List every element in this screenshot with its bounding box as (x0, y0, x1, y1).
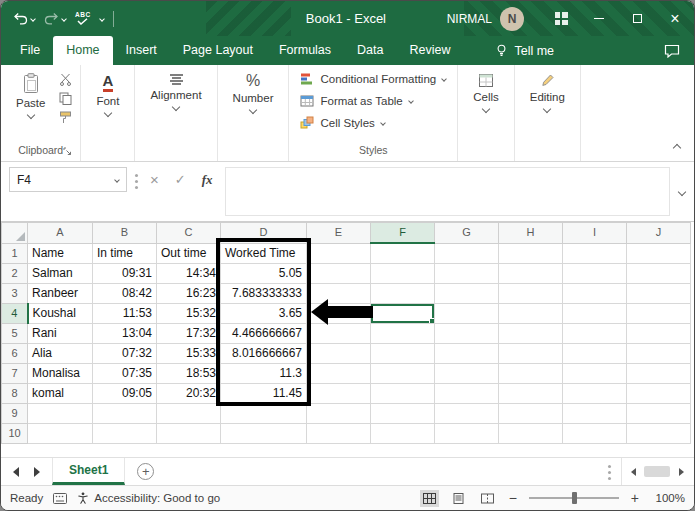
scroll-right-button[interactable] (670, 458, 692, 485)
cell-A4[interactable]: Koushal (28, 303, 93, 323)
cut-icon[interactable] (59, 73, 72, 86)
format-painter-icon[interactable] (59, 111, 72, 124)
cell-G7[interactable] (435, 363, 499, 383)
next-sheet-button[interactable] (34, 467, 40, 477)
horizontal-scrollbar-thumb[interactable] (644, 466, 670, 477)
cell-D9[interactable] (221, 403, 307, 423)
clipboard-dialog-launcher-icon[interactable] (63, 147, 72, 156)
customize-qat-button[interactable] (99, 16, 105, 22)
maximize-button[interactable] (618, 1, 656, 36)
cell-D1[interactable]: Worked Time (221, 243, 307, 263)
add-sheet-button[interactable]: + (137, 463, 154, 480)
ribbon-display-options-button[interactable] (542, 1, 580, 36)
cell-C8[interactable]: 20:32 (157, 383, 221, 403)
cell-A2[interactable]: Salman (28, 263, 93, 283)
zoom-level[interactable]: 100% (651, 492, 685, 504)
cell-J5[interactable] (627, 323, 691, 343)
cell-E7[interactable] (307, 363, 371, 383)
cell-G6[interactable] (435, 343, 499, 363)
font-button[interactable]: A Font (89, 70, 126, 119)
cell-E9[interactable] (307, 403, 371, 423)
spelling-button[interactable]: ABC (75, 12, 91, 26)
cell-D3[interactable]: 7.683333333 (221, 283, 307, 303)
tab-file[interactable]: File (7, 36, 53, 65)
cell-H4[interactable] (499, 303, 563, 323)
cell-E8[interactable] (307, 383, 371, 403)
cell-C7[interactable]: 18:53 (157, 363, 221, 383)
column-header-E[interactable]: E (307, 223, 371, 244)
accessibility-status[interactable]: Accessibility: Good to go (77, 492, 220, 504)
cell-E3[interactable] (307, 283, 371, 303)
cell-B1[interactable]: In time (93, 243, 157, 263)
cell-H6[interactable] (499, 343, 563, 363)
cell-C5[interactable]: 17:32 (157, 323, 221, 343)
cell-F9[interactable] (371, 403, 435, 423)
normal-view-button[interactable] (420, 490, 439, 507)
cell-E2[interactable] (307, 263, 371, 283)
select-all-button[interactable] (2, 223, 28, 244)
tab-review[interactable]: Review (396, 36, 463, 65)
row-header-2[interactable]: 2 (2, 263, 28, 283)
zoom-in-button[interactable]: + (629, 490, 641, 506)
cell-G9[interactable] (435, 403, 499, 423)
column-header-H[interactable]: H (499, 223, 563, 244)
formula-bar-expand-icon[interactable] (678, 188, 686, 196)
cell-H10[interactable] (499, 423, 563, 443)
cell-I7[interactable] (563, 363, 627, 383)
column-header-A[interactable]: A (28, 223, 93, 244)
cell-J1[interactable] (627, 243, 691, 263)
sheetbar-resize-handle[interactable] (608, 465, 611, 468)
cell-E10[interactable] (307, 423, 371, 443)
cell-B3[interactable]: 08:42 (93, 283, 157, 303)
cell-E6[interactable] (307, 343, 371, 363)
column-header-I[interactable]: I (563, 223, 627, 244)
cell-H7[interactable] (499, 363, 563, 383)
cells-button[interactable]: Cells (466, 70, 506, 115)
cell-E1[interactable] (307, 243, 371, 263)
row-header-6[interactable]: 6 (2, 343, 28, 363)
cell-G10[interactable] (435, 423, 499, 443)
cell-I8[interactable] (563, 383, 627, 403)
column-header-D[interactable]: D (221, 223, 307, 244)
cell-C9[interactable] (157, 403, 221, 423)
cell-I5[interactable] (563, 323, 627, 343)
redo-button[interactable] (44, 12, 66, 25)
cell-C1[interactable]: Out time (157, 243, 221, 263)
tab-insert[interactable]: Insert (113, 36, 170, 65)
tell-me-button[interactable]: Tell me (495, 36, 554, 65)
cell-F5[interactable] (371, 323, 435, 343)
page-break-preview-button[interactable] (478, 490, 497, 507)
cell-F8[interactable] (371, 383, 435, 403)
cell-A8[interactable]: komal (28, 383, 93, 403)
cell-G1[interactable] (435, 243, 499, 263)
row-header-1[interactable]: 1 (2, 243, 28, 263)
cell-B2[interactable]: 09:31 (93, 263, 157, 283)
cell-H8[interactable] (499, 383, 563, 403)
number-button[interactable]: % Number (226, 70, 281, 116)
scroll-left-button[interactable] (622, 458, 644, 485)
paste-button[interactable]: Paste (9, 70, 52, 124)
zoom-slider[interactable] (529, 491, 619, 505)
cell-A1[interactable]: Name (28, 243, 93, 263)
cell-J4[interactable] (627, 303, 691, 323)
row-header-10[interactable]: 10 (2, 423, 28, 443)
row-header-9[interactable]: 9 (2, 403, 28, 423)
cell-B4[interactable]: 11:53 (93, 303, 157, 323)
avatar[interactable]: N (500, 7, 524, 31)
cell-G4[interactable] (435, 303, 499, 323)
cell-H5[interactable] (499, 323, 563, 343)
cell-C4[interactable]: 15:32 (157, 303, 221, 323)
cell-F4[interactable] (371, 303, 435, 323)
cell-B10[interactable] (93, 423, 157, 443)
tab-formulas[interactable]: Formulas (266, 36, 344, 65)
cell-G3[interactable] (435, 283, 499, 303)
cancel-button[interactable]: × (146, 167, 163, 192)
cell-D8[interactable]: 11.45 (221, 383, 307, 403)
formula-input[interactable] (225, 167, 670, 216)
column-header-G[interactable]: G (435, 223, 499, 244)
copy-icon[interactable] (59, 92, 72, 105)
cell-A6[interactable]: Alia (28, 343, 93, 363)
macro-record-icon[interactable] (53, 493, 67, 504)
insert-function-button[interactable]: fx (198, 167, 217, 192)
cell-styles-button[interactable]: Cell Styles (297, 112, 449, 134)
